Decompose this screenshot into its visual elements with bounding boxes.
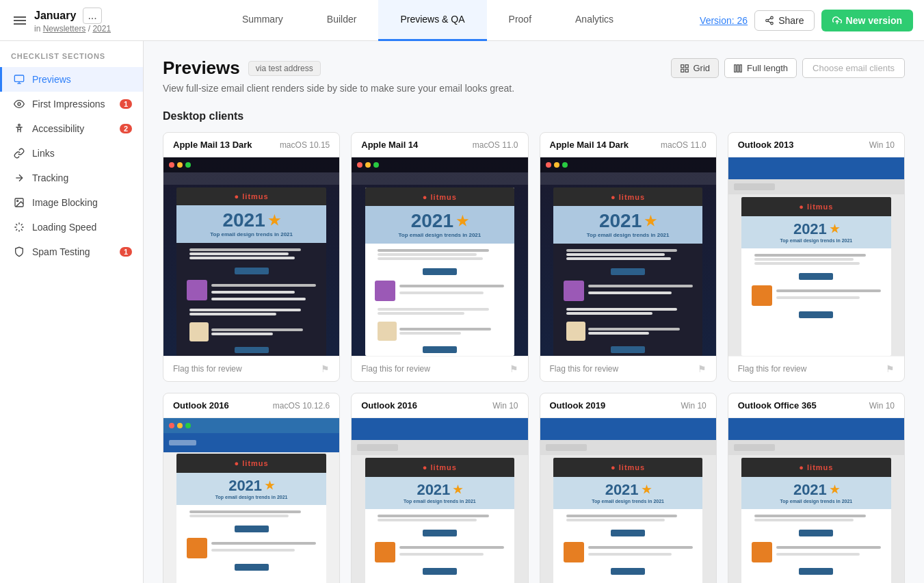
cta-button: [423, 530, 457, 536]
client-card-outlook-2016-mac[interactable]: Outlook 2016 macOS 10.12.6 ● litmus: [163, 393, 340, 583]
tab-builder[interactable]: Builder: [305, 0, 379, 41]
flag-icon[interactable]: ⚑: [698, 363, 707, 374]
logo-bar: ● litmus: [176, 454, 326, 473]
outlook-ribbon: [728, 440, 904, 455]
max-dot: [185, 423, 191, 428]
svg-rect-19: [737, 64, 739, 72]
client-card-header: Outlook Office 365 Win 10: [728, 393, 904, 418]
year-badge: 2021★: [605, 482, 651, 497]
client-card-outlook-2016-win[interactable]: Outlook 2016 Win 10 ● litmus 20: [351, 393, 528, 583]
sidebar-item-image-blocking[interactable]: Image Blocking: [0, 190, 143, 215]
cta-button: [611, 530, 645, 536]
client-card-outlook-2019[interactable]: Outlook 2019 Win 10 ● litmus 20: [540, 393, 717, 583]
flag-link[interactable]: Flag this for review: [173, 364, 242, 374]
version-link[interactable]: Version: 26: [700, 15, 748, 26]
client-os: macOS 10.15: [280, 140, 330, 150]
email-body: ● litmus 2021★ Top email design trends i…: [365, 187, 515, 356]
flag-icon[interactable]: ⚑: [886, 363, 895, 374]
hero: 2021★ Top email design trends in 2021: [741, 477, 891, 509]
share-button[interactable]: Share: [754, 10, 814, 31]
nav-dots-button[interactable]: ...: [83, 8, 101, 24]
flag-icon[interactable]: ⚑: [321, 363, 330, 374]
logo-bar: ● litmus: [365, 458, 515, 477]
clients-grid: Apple Mail 13 Dark macOS 10.15 ● litmus: [163, 132, 905, 583]
sidebar-item-loading-speed[interactable]: Loading Speed: [0, 215, 143, 239]
cta-button: [799, 273, 833, 280]
min-dot: [177, 162, 183, 168]
svg-rect-15: [685, 64, 688, 67]
client-os: Win 10: [869, 401, 895, 411]
nav-left: January ... in Newsletters / 2021: [11, 8, 161, 34]
hero: 2021★ Top email design trends in 2021: [553, 477, 703, 509]
svg-point-9: [18, 103, 21, 105]
year-badge: 2021★: [793, 482, 839, 497]
client-card-outlook-2013[interactable]: Outlook 2013 Win 10 ● litmus 20: [728, 132, 905, 382]
email-body: ● litmus 2021★ Top email design trends i…: [365, 458, 515, 583]
thumb-lines: [588, 281, 693, 301]
sidebar-label-spam-testing: Spam Testing: [32, 246, 90, 257]
email-body: ● litmus 2021★ Top email design trends i…: [741, 458, 891, 583]
breadcrumb-newsletters[interactable]: Newsletters: [43, 24, 86, 34]
svg-point-13: [17, 200, 18, 202]
email-body: ● litmus 2021★ Top email design trends i…: [176, 454, 326, 583]
email-body: ● litmus 2021★ Top email design trends i…: [176, 187, 326, 356]
sidebar-label-previews: Previews: [32, 74, 71, 85]
choose-clients-button[interactable]: Choose email clients: [802, 58, 905, 78]
text-block: [561, 244, 696, 265]
client-card-apple-mail-13-dark[interactable]: Apple Mail 13 Dark macOS 10.15 ● litmus: [163, 132, 340, 382]
tab-previews-qa[interactable]: Previews & QA: [378, 0, 486, 41]
tab-analytics[interactable]: Analytics: [553, 0, 635, 41]
tab-proof[interactable]: Proof: [487, 0, 553, 41]
sidebar-item-links[interactable]: Links: [0, 141, 143, 166]
grid-view-button[interactable]: Grid: [671, 58, 720, 78]
sidebar-item-spam-testing[interactable]: Spam Testing 1: [0, 239, 143, 264]
outlook-toolbar: [728, 418, 904, 440]
cta-button: [423, 268, 457, 275]
client-name: Apple Mail 13 Dark: [173, 140, 252, 150]
client-card-footer: Flag this for review ⚑: [352, 356, 527, 381]
outlook-ribbon: [540, 440, 716, 455]
thumb-lines: [399, 542, 504, 562]
nav-right: Version: 26 Share New version: [694, 10, 913, 31]
flag-icon[interactable]: ⚑: [510, 363, 518, 374]
eye-icon: [13, 98, 25, 110]
close-dot: [169, 162, 174, 168]
new-version-button[interactable]: New version: [821, 10, 913, 31]
page-subtitle: View full-size email client renders side…: [163, 83, 905, 94]
client-card-outlook-365[interactable]: Outlook Office 365 Win 10 ● litmus: [728, 393, 905, 583]
client-preview: ● litmus 2021★ Top email design trends i…: [540, 418, 716, 583]
accessibility-badge: 2: [120, 124, 132, 133]
outlook-toolbar: [352, 418, 527, 440]
text-block: [749, 248, 884, 270]
tab-summary[interactable]: Summary: [220, 0, 305, 41]
hamburger-icon[interactable]: [11, 14, 29, 27]
sidebar-item-previews[interactable]: Previews: [0, 67, 143, 92]
titlebar: [163, 418, 339, 433]
flag-link[interactable]: Flag this for review: [550, 364, 619, 374]
client-card-apple-mail-14-dark[interactable]: Apple Mail 14 Dark macOS 11.0 ● litmus: [540, 132, 717, 382]
main-layout: CHECKLIST SECTIONS Previews First Impres…: [0, 41, 924, 583]
sidebar-item-accessibility[interactable]: Accessibility 2: [0, 116, 143, 141]
flag-link[interactable]: Flag this for review: [361, 364, 430, 374]
flag-link[interactable]: Flag this for review: [738, 364, 807, 374]
text-block: [561, 509, 696, 527]
thumb-image: [564, 542, 584, 562]
client-card-header: Outlook 2019 Win 10: [540, 393, 716, 418]
close-dot: [546, 162, 551, 168]
client-preview: ● litmus 2021★ Top email design trends i…: [163, 157, 339, 356]
cta-button: [611, 268, 645, 275]
client-preview: ● litmus 2021★ Top email design trends i…: [540, 157, 716, 356]
sidebar-item-first-impressions[interactable]: First Impressions 1: [0, 92, 143, 116]
year-badge: 2021★: [599, 211, 657, 231]
hero: 2021★ Top email design trends in 2021: [741, 216, 891, 248]
client-card-apple-mail-14[interactable]: Apple Mail 14 macOS 11.0 ● litmus: [351, 132, 528, 382]
sidebar-item-tracking[interactable]: Tracking: [0, 166, 143, 190]
hero: 2021★ Top email design trends in 2021: [176, 473, 326, 505]
client-card-header: Apple Mail 14 Dark macOS 11.0: [540, 133, 716, 157]
full-length-view-button[interactable]: Full length: [724, 58, 797, 78]
sidebar-label-first-impressions: First Impressions: [32, 99, 105, 109]
client-name: Apple Mail 14 Dark: [550, 140, 629, 150]
text-block: [749, 509, 884, 527]
breadcrumb-year[interactable]: 2021: [92, 24, 111, 34]
close-dot: [169, 423, 174, 428]
